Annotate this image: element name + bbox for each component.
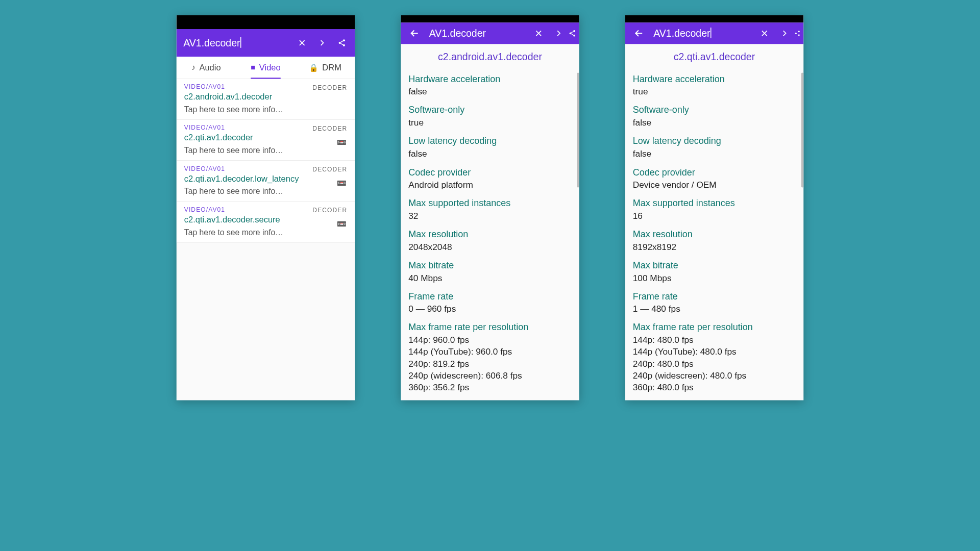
property-row: Max frame rate per resolution144p: 960.0…: [408, 322, 572, 393]
codec-name: c2.android.av1.decoder: [184, 92, 348, 102]
svg-point-18: [798, 31, 800, 33]
property-row: Max bitrate100 Mbps: [633, 260, 796, 284]
back-icon[interactable]: [628, 23, 650, 44]
music-note-icon: ♪: [191, 63, 195, 72]
decoder-badge: DECODER: [312, 84, 347, 91]
svg-line-6: [340, 43, 343, 45]
property-value: false: [408, 86, 572, 97]
property-value: 2048x2048: [408, 241, 572, 253]
screen-codec-list: AV1.decoder ♪ Audio ■ Video: [177, 15, 355, 400]
close-icon[interactable]: [292, 32, 312, 54]
codec-name: c2.qti.av1.decoder: [184, 133, 348, 143]
property-value: 1 — 480 fps: [633, 303, 796, 315]
svg-point-20: [798, 35, 800, 36]
property-value: 0 — 960 fps: [408, 303, 572, 315]
next-icon[interactable]: [774, 23, 794, 44]
status-bar: [625, 15, 804, 23]
tab-video[interactable]: ■ Video: [236, 57, 295, 79]
property-key: Hardware acceleration: [408, 73, 572, 84]
search-field[interactable]: AV1.decoder: [425, 28, 529, 39]
search-text: AV1.decoder: [653, 28, 710, 39]
screen-codec-detail-android: AV1.decoder c2.android.av1.decoder Hardw…: [401, 15, 579, 400]
share-icon[interactable]: [794, 23, 800, 44]
property-row: Frame rate0 — 960 fps: [408, 291, 572, 315]
property-key: Max resolution: [633, 229, 796, 239]
property-row: Hardware accelerationfalse: [408, 73, 572, 97]
property-value: 8192x8192: [633, 241, 796, 253]
share-icon[interactable]: [332, 32, 352, 54]
property-value: 16: [633, 210, 796, 221]
property-value: true: [408, 117, 572, 129]
tab-label: Video: [259, 63, 281, 73]
share-icon[interactable]: [569, 23, 576, 44]
property-row: Software-onlytrue: [408, 105, 572, 129]
property-key: Max supported instances: [633, 197, 796, 208]
list-item[interactable]: VIDEO/AV01 DECODER c2.qti.av1.decoder.lo…: [177, 161, 355, 202]
property-row: Low latency decodingfalse: [408, 136, 572, 160]
codec-hint: Tap here to see more info…: [184, 105, 348, 114]
status-bar: [401, 15, 579, 23]
property-key: Max supported instances: [408, 197, 572, 208]
property-value: false: [408, 148, 572, 160]
close-icon[interactable]: [754, 23, 774, 44]
property-row: Frame rate1 — 480 fps: [633, 291, 796, 315]
property-key: Hardware acceleration: [633, 73, 796, 84]
search-field[interactable]: AV1.decoder: [180, 37, 292, 48]
svg-line-5: [340, 41, 343, 42]
svg-point-12: [573, 35, 575, 37]
back-icon[interactable]: [404, 23, 425, 44]
scrollbar[interactable]: [577, 73, 579, 188]
close-icon[interactable]: [529, 23, 549, 44]
next-icon[interactable]: [549, 23, 569, 44]
property-row: Max supported instances16: [633, 197, 796, 221]
property-row: Max supported instances32: [408, 197, 572, 221]
list-item[interactable]: VIDEO/AV01 DECODER c2.qti.av1.decoder.se…: [177, 202, 355, 242]
tab-label: DRM: [322, 63, 341, 73]
decoder-badge: DECODER: [312, 125, 347, 132]
codec-hint: Tap here to see more info…: [184, 146, 348, 155]
property-value: 144p: 960.0 fps 144p (YouTube): 960.0 fp…: [408, 334, 572, 393]
svg-point-11: [570, 33, 572, 35]
lock-icon: 🔒: [309, 63, 318, 72]
list-item[interactable]: VIDEO/AV01 DECODER c2.qti.av1.decoder Ta…: [177, 120, 355, 161]
property-value: false: [633, 117, 796, 129]
property-row: Low latency decodingfalse: [633, 136, 796, 160]
property-key: Software-only: [633, 105, 796, 115]
property-row: Max bitrate40 Mbps: [408, 260, 572, 284]
search-field[interactable]: AV1.decoder: [650, 28, 755, 39]
codec-list: VIDEO/AV01 DECODER c2.android.av1.decode…: [177, 79, 355, 243]
svg-point-19: [795, 33, 797, 34]
next-icon[interactable]: [312, 32, 332, 54]
property-key: Codec provider: [633, 167, 796, 178]
tab-drm[interactable]: 🔒 DRM: [296, 57, 355, 79]
property-row: Max resolution2048x2048: [408, 229, 572, 253]
app-bar: AV1.decoder: [177, 29, 355, 57]
list-item[interactable]: VIDEO/AV01 DECODER c2.android.av1.decode…: [177, 79, 355, 120]
property-row: Max frame rate per resolution144p: 480.0…: [633, 322, 796, 393]
property-value: 144p: 480.0 fps 144p (YouTube): 480.0 fp…: [633, 334, 796, 393]
status-bar: [177, 15, 355, 29]
text-cursor: [240, 37, 241, 47]
property-value: 32: [408, 210, 572, 221]
tab-label: Audio: [199, 63, 220, 73]
svg-point-10: [573, 30, 575, 32]
decoder-badge: DECODER: [312, 166, 347, 173]
video-camera-icon: ■: [251, 63, 255, 72]
property-key: Frame rate: [633, 291, 796, 302]
svg-point-3: [339, 42, 341, 44]
svg-line-14: [571, 34, 573, 35]
property-row: Codec providerDevice vendor / OEM: [633, 167, 796, 191]
property-key: Software-only: [408, 105, 572, 115]
tab-audio[interactable]: ♪ Audio: [177, 57, 236, 79]
decoder-badge: DECODER: [312, 207, 347, 214]
app-bar: AV1.decoder: [625, 23, 804, 44]
scrollbar[interactable]: [801, 73, 804, 188]
property-value: 100 Mbps: [633, 272, 796, 284]
property-value: Device vendor / OEM: [633, 179, 796, 191]
detail-title: c2.android.av1.decoder: [401, 44, 579, 67]
search-text: AV1.decoder: [429, 28, 486, 39]
svg-point-2: [343, 39, 345, 41]
hardware-icon: 📼: [337, 179, 347, 188]
property-value: true: [633, 86, 796, 97]
property-row: Software-onlyfalse: [633, 105, 796, 129]
